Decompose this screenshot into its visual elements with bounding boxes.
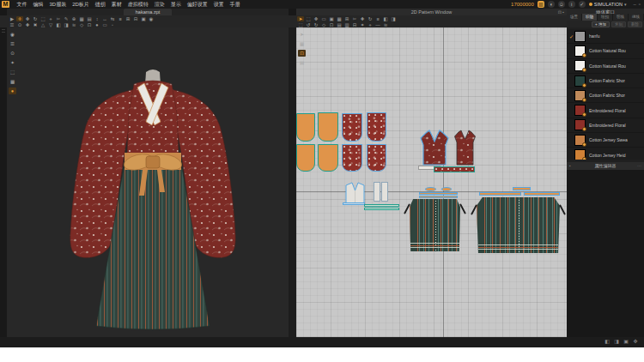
- speaker-icon[interactable]: ◖: [548, 1, 555, 8]
- pattern-piece-waist-strip[interactable]: [364, 204, 399, 207]
- toolbar-icon[interactable]: ☰: [9, 22, 15, 27]
- toolbar-icon[interactable]: ↔: [101, 16, 108, 21]
- toolbar-icon[interactable]: ◇: [78, 22, 85, 27]
- toolbar-icon[interactable]: ⊟: [132, 16, 139, 21]
- toolbar-icon[interactable]: ⊞: [125, 16, 131, 21]
- toolbar-icon[interactable]: ⌖: [47, 16, 54, 21]
- pattern-piece-collar[interactable]: [434, 166, 475, 172]
- toolbar-icon[interactable]: ≋: [70, 22, 77, 27]
- fabric-item[interactable]: Cotton Jersey Heid: [567, 148, 644, 160]
- toolbar-icon[interactable]: ⊙: [16, 22, 23, 27]
- toolbar-icon[interactable]: ▦: [298, 40, 306, 47]
- pattern-piece-waist-strip[interactable]: [364, 208, 399, 210]
- toolbar-icon[interactable]: ▤: [86, 16, 93, 21]
- toolbar-icon[interactable]: ✖: [32, 22, 39, 27]
- menu-item[interactable]: 2D板片: [70, 0, 93, 9]
- pattern-piece-bodice-back[interactable]: [453, 130, 477, 166]
- toolbar-icon[interactable]: ◉: [9, 31, 16, 38]
- toolbar-icon[interactable]: ↻: [367, 16, 374, 21]
- pattern-piece-waistband[interactable]: [479, 192, 521, 196]
- fabric-item[interactable]: Cotton Fabric Shor: [567, 88, 644, 103]
- garment-3d-render[interactable]: [7, 27, 289, 337]
- pattern-piece-sleeve[interactable]: [367, 112, 386, 142]
- toolbar-icon[interactable]: ⊡: [328, 22, 335, 27]
- toolbar-icon[interactable]: ➤: [297, 16, 304, 21]
- toolbar-icon[interactable]: ✥: [313, 16, 319, 21]
- toolbar-icon[interactable]: ☰: [9, 40, 16, 47]
- toolbar-icon[interactable]: ▤: [336, 22, 343, 27]
- pattern-piece-lining-panel[interactable]: [374, 182, 380, 202]
- add-fabric-button[interactable]: + 增加: [592, 21, 610, 27]
- fabric-item[interactable]: Cotton Natural Rou: [567, 44, 644, 58]
- pattern-piece-waist-loop[interactable]: [441, 187, 452, 191]
- toolbar-icon[interactable]: ◧: [382, 16, 389, 21]
- menu-item[interactable]: 手册: [227, 0, 243, 9]
- 2d-viewport[interactable]: ➤▦⊡▤: [296, 27, 567, 337]
- toolbar-icon[interactable]: ≋: [382, 22, 389, 27]
- menu-item[interactable]: 设置: [210, 0, 227, 9]
- pattern-piece-waist-loop[interactable]: [425, 187, 436, 191]
- toolbar-icon[interactable]: ⊡: [86, 22, 93, 27]
- toolbar-icon[interactable]: ◨: [613, 339, 620, 345]
- toolbar-icon[interactable]: ◨: [390, 16, 397, 21]
- toolbar-icon[interactable]: ▦: [336, 16, 343, 21]
- toolbar-icon[interactable]: ⬚: [39, 16, 46, 21]
- object-browser-tab[interactable]: 明线: [613, 14, 629, 21]
- pattern-piece-sleeve-lining[interactable]: [296, 144, 315, 172]
- toolbar-icon[interactable]: ◨: [63, 22, 70, 27]
- pattern-piece-lining-panel[interactable]: [381, 182, 388, 202]
- toolbar-icon[interactable]: ▽: [47, 22, 54, 27]
- property-editor-header[interactable]: ▪ 属性编辑器 ⋯: [567, 162, 644, 170]
- toolbar-icon[interactable]: ▤: [298, 59, 306, 66]
- toolbar-icon[interactable]: ✚: [359, 16, 366, 21]
- toolbar-icon[interactable]: ▦: [9, 78, 16, 85]
- toolbar-icon[interactable]: ▭: [320, 16, 327, 21]
- toolbar-icon[interactable]: ✚: [24, 22, 31, 27]
- fabric-item[interactable]: Embroidered Floral: [567, 118, 644, 133]
- menu-item[interactable]: 编辑: [30, 0, 46, 9]
- delete-fabric-button[interactable]: 删除: [628, 21, 642, 27]
- pattern-piece-bodice-front[interactable]: [419, 130, 450, 166]
- fabric-item[interactable]: Embroidered Floral: [567, 103, 644, 118]
- menu-item[interactable]: 渲染: [151, 0, 167, 9]
- toolbar-icon[interactable]: ●: [9, 87, 16, 94]
- menu-item[interactable]: 显示: [167, 0, 184, 9]
- object-browser-tab[interactable]: 缝线: [629, 14, 644, 21]
- toolbar-icon[interactable]: ⊙: [9, 50, 16, 57]
- check-icon[interactable]: ✓: [568, 33, 574, 39]
- toolbar-icon[interactable]: ≡: [374, 16, 381, 21]
- toolbar-icon[interactable]: ↕: [94, 16, 100, 21]
- object-browser-tab[interactable]: 纽扣: [598, 14, 613, 21]
- garment-file-tab[interactable]: hakama.zpt: [124, 9, 172, 15]
- info-icon[interactable]: i: [568, 1, 575, 8]
- fabric-item[interactable]: Cotton Jersey Swea: [567, 133, 644, 148]
- menu-item[interactable]: 素材: [108, 0, 125, 9]
- pattern-piece-waistband[interactable]: [419, 192, 458, 195]
- pattern-piece-skirt-back[interactable]: [477, 197, 560, 253]
- 3d-viewport[interactable]: ◉☰⊙✦⬚▦●: [7, 27, 289, 337]
- toolbar-icon[interactable]: ✥: [632, 339, 639, 345]
- menu-item[interactable]: 文件: [14, 0, 30, 9]
- avatar-icon[interactable]: ☺: [558, 1, 565, 8]
- pattern-piece-skirt-front[interactable]: [410, 199, 460, 251]
- toolbar-icon[interactable]: ↻: [313, 22, 319, 27]
- dock-icon[interactable]: ⊡ ▪: [558, 9, 564, 15]
- toolbar-icon[interactable]: ⇆: [109, 16, 116, 21]
- copy-fabric-button[interactable]: 复制: [611, 21, 626, 27]
- pattern-piece-waistband[interactable]: [524, 192, 560, 196]
- toolbar-icon[interactable]: ▣: [328, 16, 335, 21]
- fabric-item[interactable]: Cotton Natural Rou: [567, 59, 644, 74]
- pattern-piece-sleeve[interactable]: [367, 144, 386, 172]
- toolbar-icon[interactable]: ⬚: [9, 69, 16, 75]
- pattern-piece-sleeve[interactable]: [342, 144, 362, 172]
- toolbar-icon[interactable]: ▦: [78, 16, 85, 21]
- toolbar-icon[interactable]: ▭: [101, 22, 108, 27]
- toolbar-icon[interactable]: ◧: [604, 339, 611, 345]
- toolbar-icon[interactable]: ↺: [305, 22, 312, 27]
- toolbar-icon[interactable]: ✦: [9, 59, 16, 66]
- toolbar-icon[interactable]: ◧: [55, 22, 62, 27]
- toolbar-icon[interactable]: ▶: [9, 16, 15, 21]
- pattern-piece-sleeve-lining[interactable]: [296, 113, 315, 142]
- check-icon[interactable]: ✓: [579, 1, 586, 8]
- viewport-divider[interactable]: [289, 27, 296, 337]
